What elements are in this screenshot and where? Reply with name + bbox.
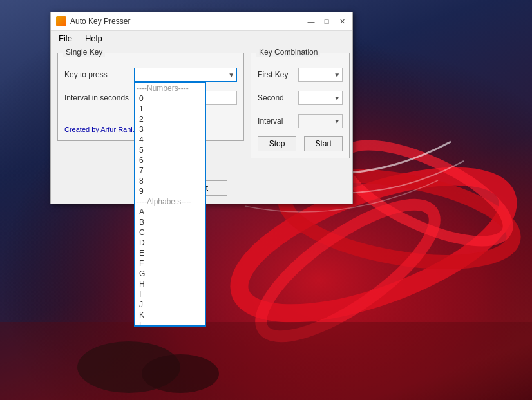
menu-help[interactable]: Help (81, 32, 106, 44)
dd-item-i[interactable]: I (135, 289, 205, 300)
interval-combo-row: Interval ▼ (258, 114, 343, 128)
dd-item-j[interactable]: J (135, 300, 205, 310)
dd-item-9[interactable]: 9 (135, 186, 205, 196)
alphabets-header: ----Alphabets---- (135, 196, 205, 207)
title-bar: Auto Key Presser — □ ✕ (51, 12, 352, 31)
svg-point-6 (77, 341, 180, 393)
dd-item-1[interactable]: 1 (135, 104, 205, 114)
stop-button[interactable]: Stop (258, 136, 296, 151)
second-key-row: Second ▼ (258, 91, 343, 105)
app-window: Auto Key Presser — □ ✕ File Help Single … (50, 12, 353, 204)
key-combination-section: Key Combination First Key ▼ Second (251, 53, 350, 169)
dd-item-k[interactable]: K (135, 310, 205, 320)
minimize-button[interactable]: — (306, 16, 316, 26)
numbers-header: ----Numbers---- (135, 83, 205, 93)
dd-item-g[interactable]: G (135, 269, 205, 279)
action-buttons: Stop Start (258, 136, 343, 151)
interval-combo-label: Interval (258, 117, 293, 126)
interval-combo-select-wrapper: ▼ (298, 114, 343, 128)
window-controls: — □ ✕ (306, 16, 347, 26)
dd-item-5[interactable]: 5 (135, 145, 205, 155)
dd-item-7[interactable]: 7 (135, 166, 205, 176)
single-key-title: Single Key (63, 48, 105, 57)
dd-item-3[interactable]: 3 (135, 124, 205, 135)
single-key-section: Single Key Key to press ▼ ----Numbers---… (57, 53, 244, 169)
dd-item-d[interactable]: D (135, 238, 205, 248)
menu-file[interactable]: File (55, 32, 76, 44)
first-key-row: First Key ▼ (258, 68, 343, 82)
svg-point-5 (330, 126, 520, 261)
key-select-wrapper: ▼ ----Numbers---- 0 1 2 3 4 5 6 7 (134, 68, 237, 82)
key-to-press-label: Key to press (64, 70, 129, 79)
key-select[interactable] (134, 68, 237, 82)
second-label: Second (258, 93, 293, 102)
interval-label: Interval in seconds (64, 93, 129, 102)
dd-item-b[interactable]: B (135, 217, 205, 227)
key-combination-title: Key Combination (256, 48, 320, 57)
svg-point-7 (142, 354, 219, 393)
second-key-select-wrapper: ▼ (298, 91, 343, 105)
maximize-button[interactable]: □ (321, 16, 332, 26)
single-key-group: Single Key Key to press ▼ ----Numbers---… (57, 53, 244, 141)
dd-item-h[interactable]: H (135, 279, 205, 289)
start-button[interactable]: Start (304, 136, 343, 151)
svg-rect-8 (0, 322, 532, 400)
key-to-press-row: Key to press ▼ ----Numbers---- 0 1 2 3 (64, 68, 237, 82)
menu-bar: File Help (51, 31, 352, 46)
window-title: Auto Key Presser (70, 17, 306, 26)
dd-item-a[interactable]: A (135, 207, 205, 217)
dd-item-f[interactable]: F (135, 258, 205, 269)
dd-item-6[interactable]: 6 (135, 155, 205, 166)
first-key-label: First Key (258, 70, 293, 79)
dd-item-0[interactable]: 0 (135, 93, 205, 104)
dd-item-4[interactable]: 4 (135, 135, 205, 145)
app-icon (56, 16, 66, 26)
first-key-select[interactable] (298, 68, 343, 82)
second-key-select[interactable] (298, 91, 343, 105)
dd-item-c[interactable]: C (135, 227, 205, 238)
dd-item-2[interactable]: 2 (135, 114, 205, 124)
first-key-select-wrapper: ▼ (298, 68, 343, 82)
content-area: Single Key Key to press ▼ ----Numbers---… (51, 46, 352, 175)
interval-combo-select[interactable] (298, 114, 343, 128)
created-label[interactable]: Created by Arfur Rahi... (64, 126, 138, 133)
dd-item-e[interactable]: E (135, 248, 205, 258)
key-dropdown[interactable]: ----Numbers---- 0 1 2 3 4 5 6 7 8 9 ----… (134, 82, 206, 327)
close-button[interactable]: ✕ (337, 16, 347, 26)
dd-item-8[interactable]: 8 (135, 176, 205, 186)
dd-item-l[interactable]: L (135, 320, 205, 327)
key-combination-group: Key Combination First Key ▼ Second (251, 53, 350, 158)
svg-point-4 (243, 182, 452, 359)
